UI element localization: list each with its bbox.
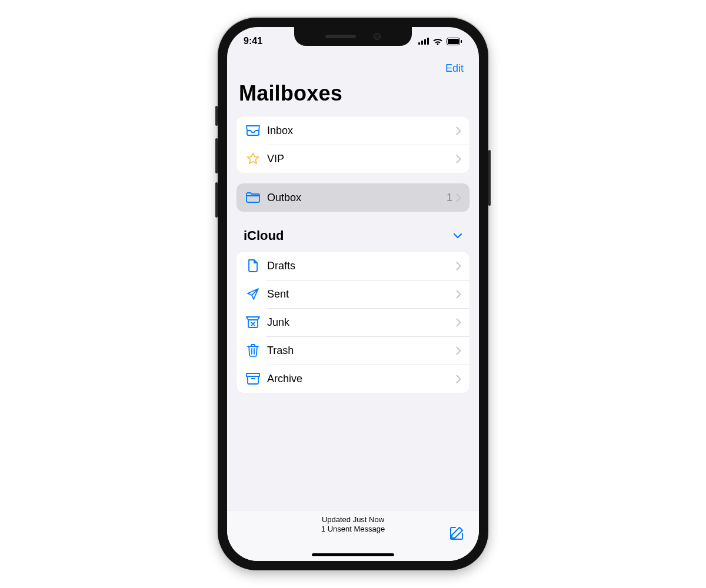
mailbox-label: VIP [267,153,456,165]
mailbox-label: Outbox [267,192,447,204]
battery-icon [447,38,462,45]
mailboxes-list: Inbox VIP [227,112,479,510]
mute-switch [215,106,218,126]
account-header-label: iCloud [244,228,284,243]
inbox-icon [245,125,261,136]
folder-icon [245,192,261,203]
edit-button[interactable]: Edit [442,62,467,75]
svg-rect-1 [421,41,423,45]
wifi-icon [432,38,443,45]
svg-rect-2 [424,39,426,45]
status-time: 9:41 [244,36,262,46]
chevron-right-icon [456,262,461,270]
junk-icon [245,316,261,329]
mailbox-row-junk[interactable]: Junk [237,308,469,336]
mailbox-label: Sent [267,288,456,300]
svg-rect-0 [418,42,420,45]
toolbar-status-line1: Updated Just Now [322,515,384,524]
chevron-right-icon [456,375,461,383]
power-button [488,150,491,206]
mailbox-row-vip[interactable]: VIP [237,145,469,173]
chevron-right-icon [456,193,461,202]
mailbox-label: Drafts [267,260,456,272]
chevron-down-icon [453,233,462,239]
chevron-right-icon [456,155,461,163]
mailbox-row-archive[interactable]: Archive [237,365,469,393]
svg-rect-6 [461,40,462,43]
speaker-grille [325,35,356,38]
archive-icon [245,372,261,385]
front-camera [374,33,381,40]
chevron-right-icon [456,318,461,327]
nav-bar: Edit [227,55,479,81]
trash-icon [245,343,261,358]
phone-frame: 9:41 Edit Mailboxes [218,18,488,570]
mailbox-count: 1 [447,192,452,204]
notch [294,27,412,46]
status-icons [418,38,462,45]
svg-rect-3 [427,38,429,45]
page-title: Mailboxes [227,81,479,112]
favorites-group: Inbox VIP [237,116,469,173]
mailbox-row-outbox[interactable]: Outbox 1 [237,183,469,212]
document-icon [245,259,261,273]
mailbox-row-sent[interactable]: Sent [237,280,469,308]
volume-up-button [215,138,218,173]
chevron-right-icon [456,290,461,299]
mailbox-row-inbox[interactable]: Inbox [237,116,469,145]
svg-rect-5 [448,39,459,44]
account-header-icloud[interactable]: iCloud [231,222,475,247]
mailbox-label: Junk [267,316,456,329]
mailbox-label: Trash [267,345,456,357]
outbox-group: Outbox 1 [237,183,469,212]
mailbox-row-trash[interactable]: Trash [237,336,469,365]
screen: 9:41 Edit Mailboxes [227,27,479,561]
home-indicator[interactable] [312,553,394,556]
cellular-signal-icon [418,38,429,45]
mailbox-label: Archive [267,373,456,385]
chevron-right-icon [456,126,461,135]
mailbox-row-drafts[interactable]: Drafts [237,252,469,280]
paper-plane-icon [245,287,261,301]
toolbar-status: Updated Just Now 1 Unsent Message [227,515,479,534]
chevron-right-icon [456,346,461,355]
mailbox-label: Inbox [267,125,456,137]
star-icon [245,152,261,166]
volume-down-button [215,182,218,218]
toolbar-status-line2: 1 Unsent Message [227,524,479,534]
icloud-group: Drafts Sent [237,252,469,393]
